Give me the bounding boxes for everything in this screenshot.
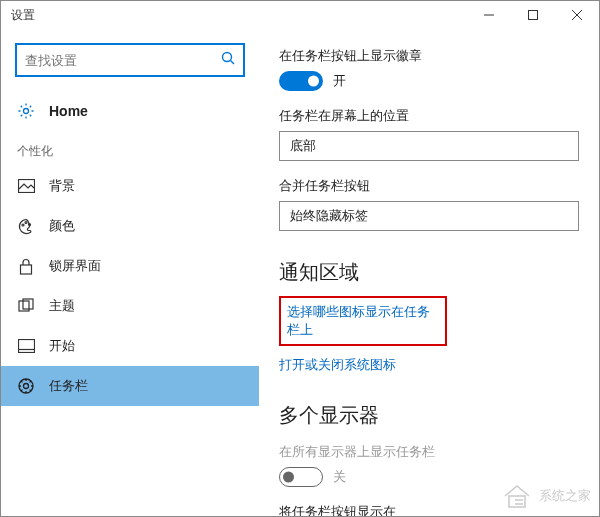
main-panel: 在任务栏按钮上显示徽章 开 任务栏在屏幕上的位置 底部 合并任务栏按钮 始终隐藏…	[259, 29, 599, 516]
nav-item-label: 颜色	[49, 217, 75, 235]
svg-point-9	[25, 221, 27, 223]
sidebar: Home 个性化 背景 颜色 锁屏界面 主题 开始	[1, 29, 259, 516]
nav-section-label: 个性化	[1, 131, 259, 166]
svg-line-5	[231, 61, 235, 65]
search-icon	[221, 51, 235, 69]
nav-home[interactable]: Home	[1, 91, 259, 131]
combine-select[interactable]: 始终隐藏标签	[279, 201, 579, 231]
svg-rect-11	[21, 265, 32, 274]
titlebar: 设置	[1, 1, 599, 29]
toggle-off-icon	[279, 467, 323, 487]
maximize-button[interactable]	[511, 1, 555, 29]
show-on-label: 将任务栏按钮显示在	[279, 503, 579, 516]
window-title: 设置	[11, 7, 467, 24]
nav-lockscreen[interactable]: 锁屏界面	[1, 246, 259, 286]
nav-taskbar[interactable]: 任务栏	[1, 366, 259, 406]
badge-label: 在任务栏按钮上显示徽章	[279, 47, 579, 65]
multi-heading: 多个显示器	[279, 402, 579, 429]
svg-rect-14	[18, 340, 34, 353]
nav-start[interactable]: 开始	[1, 326, 259, 366]
search-input[interactable]	[25, 53, 221, 68]
svg-rect-1	[529, 11, 538, 20]
svg-point-6	[24, 109, 29, 114]
picture-icon	[17, 177, 35, 195]
theme-icon	[17, 297, 35, 315]
svg-point-16	[24, 384, 29, 389]
lock-icon	[17, 257, 35, 275]
notify-heading: 通知区域	[279, 259, 579, 286]
show-all-label: 在所有显示器上显示任务栏	[279, 443, 579, 461]
minimize-button[interactable]	[467, 1, 511, 29]
position-label: 任务栏在屏幕上的位置	[279, 107, 579, 125]
position-value: 底部	[290, 137, 316, 155]
toggle-on-icon	[279, 71, 323, 91]
link-system-icons[interactable]: 打开或关闭系统图标	[279, 356, 579, 374]
nav-home-label: Home	[49, 103, 88, 119]
combine-value: 始终隐藏标签	[290, 207, 368, 225]
link-choose-icons[interactable]: 选择哪些图标显示在任务栏上	[279, 296, 447, 346]
search-input-container[interactable]	[15, 43, 245, 77]
palette-icon	[17, 217, 35, 235]
nav-colors[interactable]: 颜色	[1, 206, 259, 246]
content-area: Home 个性化 背景 颜色 锁屏界面 主题 开始	[1, 29, 599, 516]
badge-toggle[interactable]: 开	[279, 71, 579, 91]
toggle-state-label: 关	[333, 468, 346, 486]
taskbar-gear-icon	[17, 377, 35, 395]
nav-themes[interactable]: 主题	[1, 286, 259, 326]
nav-item-label: 背景	[49, 177, 75, 195]
combine-label: 合并任务栏按钮	[279, 177, 579, 195]
svg-point-4	[223, 53, 232, 62]
show-all-toggle: 关	[279, 467, 579, 487]
nav-item-label: 锁屏界面	[49, 257, 101, 275]
gear-icon	[17, 102, 35, 120]
nav-item-label: 开始	[49, 337, 75, 355]
nav-item-label: 任务栏	[49, 377, 88, 395]
position-select[interactable]: 底部	[279, 131, 579, 161]
toggle-state-label: 开	[333, 72, 346, 90]
start-icon	[17, 337, 35, 355]
nav-item-label: 主题	[49, 297, 75, 315]
close-button[interactable]	[555, 1, 599, 29]
settings-window: 设置 Home 个性化 背景	[0, 0, 600, 517]
svg-point-8	[22, 224, 24, 226]
nav-background[interactable]: 背景	[1, 166, 259, 206]
